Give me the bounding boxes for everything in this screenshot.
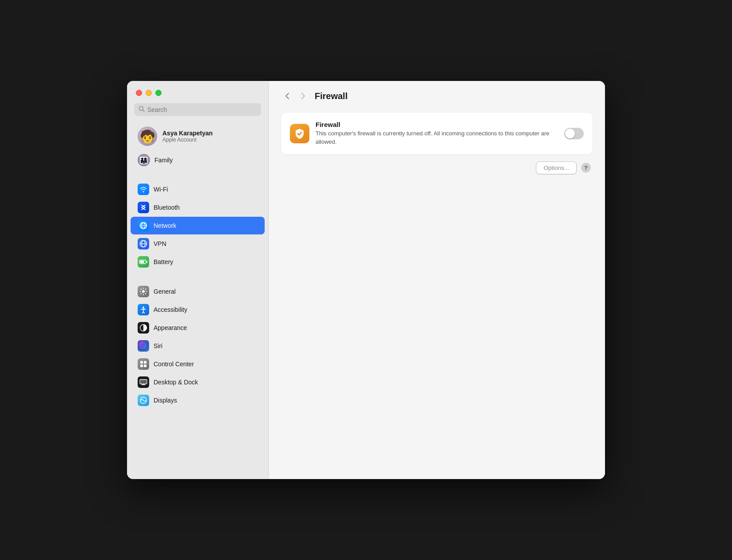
title-bar: Firewall <box>269 81 605 109</box>
minimize-button[interactable] <box>146 90 152 96</box>
search-input[interactable] <box>147 106 257 113</box>
vpn-icon <box>138 238 149 249</box>
toggle-knob <box>565 129 575 138</box>
firewall-toggle[interactable] <box>564 128 584 139</box>
appearance-label: Appearance <box>154 324 187 331</box>
avatar-memoji: 🧒 <box>138 127 157 146</box>
svg-rect-12 <box>140 261 144 263</box>
svg-rect-18 <box>140 361 143 364</box>
search-icon <box>139 106 145 113</box>
siri-label: Siri <box>154 342 162 349</box>
firewall-text: Firewall This computer's firewall is cur… <box>316 121 558 146</box>
appearance-icon <box>138 322 149 334</box>
svg-line-1 <box>143 110 145 112</box>
sidebar-item-bluetooth[interactable]: Bluetooth <box>131 199 265 216</box>
page-title: Firewall <box>315 91 347 101</box>
general-icon <box>138 286 149 297</box>
desktop-icon <box>138 376 149 388</box>
sidebar-item-displays[interactable]: Displays <box>131 391 265 409</box>
displays-label: Displays <box>154 397 177 404</box>
svg-rect-20 <box>140 364 143 367</box>
sidebar-item-vpn[interactable]: VPN <box>131 235 265 253</box>
avatar: 🧒 <box>138 127 157 146</box>
maximize-button[interactable] <box>155 90 162 96</box>
wifi-label: Wi-Fi <box>154 186 168 193</box>
accessibility-icon <box>138 304 149 315</box>
svg-rect-24 <box>142 384 145 385</box>
displays-icon <box>138 395 149 406</box>
options-button[interactable]: Options... <box>536 161 577 174</box>
search-bar[interactable] <box>134 103 261 116</box>
forward-button[interactable] <box>297 90 309 102</box>
sidebar-item-siri[interactable]: Siri <box>131 337 265 355</box>
sidebar-item-battery[interactable]: Battery <box>131 253 265 271</box>
sidebar-item-network[interactable]: Network <box>131 217 265 234</box>
svg-point-17 <box>141 343 146 349</box>
sidebar-item-family[interactable]: 👨‍👩‍👧 Family <box>131 150 265 170</box>
family-label: Family <box>154 157 173 164</box>
svg-rect-11 <box>146 261 148 263</box>
control-center-label: Control Center <box>154 361 194 368</box>
svg-rect-21 <box>144 364 146 367</box>
main-window: 🧒 Asya Karapetyan Apple Account 👨‍👩‍👧 Fa… <box>127 81 605 479</box>
battery-label: Battery <box>154 258 173 265</box>
svg-point-14 <box>143 307 144 308</box>
back-button[interactable] <box>281 90 293 102</box>
content-area: Firewall This computer's firewall is cur… <box>269 109 605 479</box>
sidebar-item-wifi[interactable]: Wi-Fi <box>131 180 265 198</box>
help-button[interactable]: ? <box>581 163 591 173</box>
user-name: Asya Karapetyan <box>162 130 213 137</box>
traffic-lights <box>127 81 268 103</box>
sidebar-item-accessibility[interactable]: Accessibility <box>131 301 265 318</box>
user-subtitle: Apple Account <box>162 137 213 143</box>
sidebar: 🧒 Asya Karapetyan Apple Account 👨‍👩‍👧 Fa… <box>127 81 269 479</box>
separator-2 <box>134 276 261 277</box>
control-center-icon <box>138 358 149 370</box>
user-info: Asya Karapetyan Apple Account <box>162 130 213 143</box>
siri-icon <box>138 340 149 352</box>
main-content: Firewall Firewall This computer's firewa… <box>269 81 605 479</box>
user-profile[interactable]: 🧒 Asya Karapetyan Apple Account <box>131 123 265 150</box>
svg-rect-23 <box>140 380 146 384</box>
options-area: Options... ? <box>281 161 593 174</box>
svg-rect-19 <box>144 361 146 364</box>
accessibility-label: Accessibility <box>154 306 187 313</box>
general-label: General <box>154 288 176 295</box>
family-avatar: 👨‍👩‍👧 <box>138 154 150 166</box>
network-icon <box>138 220 149 231</box>
svg-point-13 <box>142 290 145 293</box>
sidebar-group-network: Wi-Fi Bluetooth <box>127 178 268 273</box>
firewall-icon <box>290 124 309 143</box>
network-label: Network <box>154 222 176 229</box>
sidebar-group-system: General Accessibility <box>127 280 268 411</box>
close-button[interactable] <box>136 90 142 96</box>
sidebar-item-control-center[interactable]: Control Center <box>131 355 265 373</box>
wifi-icon <box>138 184 149 195</box>
battery-icon <box>138 256 149 268</box>
bluetooth-icon <box>138 202 149 213</box>
separator-1 <box>134 174 261 175</box>
vpn-label: VPN <box>154 240 166 247</box>
sidebar-item-general[interactable]: General <box>131 283 265 300</box>
firewall-card-title: Firewall <box>316 121 558 128</box>
firewall-description: This computer's firewall is currently tu… <box>316 130 558 146</box>
desktop-label: Desktop & Dock <box>154 379 198 386</box>
firewall-card: Firewall This computer's firewall is cur… <box>281 113 593 154</box>
bluetooth-label: Bluetooth <box>154 204 180 211</box>
sidebar-item-appearance[interactable]: Appearance <box>131 319 265 337</box>
sidebar-item-desktop[interactable]: Desktop & Dock <box>131 373 265 391</box>
